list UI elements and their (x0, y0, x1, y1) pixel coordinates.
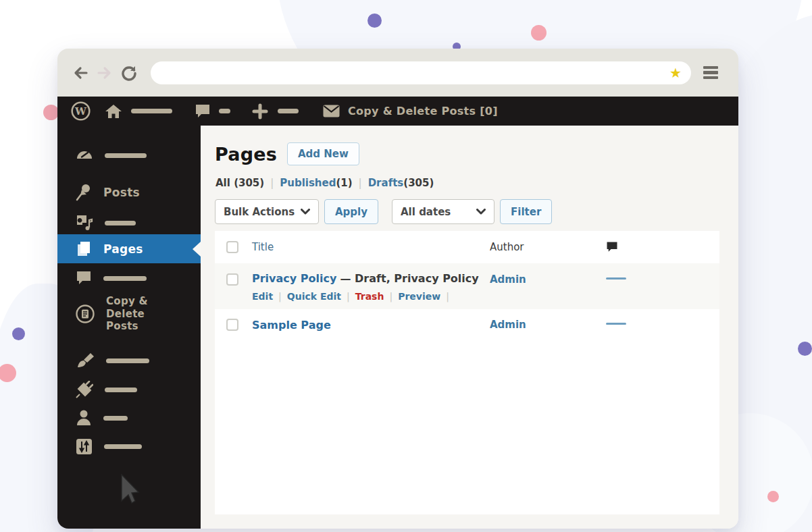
user-icon (76, 409, 92, 427)
page-status-suffix: — Draft, Privacy Policy (340, 272, 479, 285)
menu-placeholder-dash (278, 109, 299, 113)
row-actions: Edit | Quick Edit | Trash | Preview | (252, 291, 490, 302)
copy-delete-posts-icon (76, 304, 95, 323)
decor-dot-purple (367, 14, 382, 28)
sidebar-item-comments[interactable] (76, 267, 147, 289)
wordpress-logo-icon[interactable]: W (71, 101, 91, 121)
decor-dot-pink (531, 25, 547, 41)
sidebar-item-pages[interactable]: Pages (57, 234, 201, 263)
menu-placeholder-dash (131, 109, 172, 113)
home-icon[interactable] (105, 103, 122, 119)
svg-text:W: W (74, 105, 87, 117)
new-content-plus-icon[interactable] (252, 103, 268, 119)
decor-dot-pink (767, 491, 779, 502)
forward-icon[interactable] (97, 65, 113, 81)
chevron-down-icon (476, 209, 486, 215)
table-row: Privacy Policy — Draft, Privacy Policy E… (215, 263, 719, 309)
settings-sliders-icon (76, 438, 93, 455)
sidebar-item-posts[interactable]: Posts (76, 182, 140, 203)
sidebar-item-dashboard[interactable] (76, 144, 147, 166)
comments-icon[interactable] (195, 103, 211, 119)
sidebar-item-label: Posts (103, 186, 140, 199)
comments-column-icon (606, 241, 618, 253)
sidebar-item-plugins[interactable] (76, 379, 137, 400)
view-drafts-link[interactable]: Drafts(305) (368, 177, 434, 189)
dashboard-gauge-icon (76, 147, 93, 164)
mail-icon[interactable] (323, 105, 340, 117)
column-header-author: Author (490, 241, 606, 253)
url-bar[interactable]: ★ (151, 61, 691, 84)
decor-dot-purple (12, 327, 25, 340)
filter-button[interactable]: Filter (500, 199, 552, 224)
separator: | (359, 177, 362, 189)
pushpin-icon (76, 184, 92, 201)
view-all-link[interactable]: All (305) (215, 177, 264, 189)
sidebar-item-users[interactable] (76, 407, 128, 429)
table-row: Sample Page Admin (215, 309, 719, 341)
preview-link[interactable]: Preview (398, 291, 440, 302)
separator: | (389, 291, 392, 302)
separator: | (278, 291, 282, 302)
menu-placeholder-dash (103, 416, 128, 421)
column-header-title[interactable]: Title (252, 241, 490, 253)
edit-link[interactable]: Edit (252, 291, 273, 302)
sidebar-item-label: Copy & Delete Posts (106, 295, 180, 333)
mouse-cursor-icon (121, 474, 140, 504)
browser-menu-icon[interactable] (703, 66, 718, 80)
list-toolbar: Bulk Actions Apply All dates Filter (215, 199, 738, 224)
separator: | (270, 177, 274, 189)
view-published-link[interactable]: Published(1) (280, 177, 352, 189)
comments-count-link[interactable] (606, 277, 626, 280)
refresh-icon[interactable] (121, 65, 137, 81)
row-checkbox[interactable] (226, 319, 238, 331)
admin-bar-plugin-label[interactable]: Copy & Delete Posts [0] (348, 105, 498, 117)
pages-table: Title Author Privacy Policy — Draft, Pri… (215, 231, 719, 514)
page-title: Pages (215, 144, 277, 165)
author-link[interactable]: Admin (490, 273, 606, 302)
separator: | (347, 291, 350, 302)
trash-link[interactable]: Trash (355, 291, 384, 302)
sidebar-item-media[interactable] (76, 212, 136, 234)
views-filter-links: All (305) | Published(1) | Drafts(305) (215, 177, 738, 189)
quick-edit-link[interactable]: Quick Edit (287, 291, 341, 302)
browser-window: ★ W Copy & Delete Posts [0] (57, 49, 738, 529)
comments-count-link[interactable] (606, 323, 626, 325)
row-checkbox[interactable] (226, 273, 238, 286)
page-title-link[interactable]: Privacy Policy (252, 272, 336, 285)
add-new-button[interactable]: Add New (287, 142, 359, 165)
select-all-checkbox[interactable] (226, 241, 238, 253)
pages-icon (76, 240, 92, 258)
menu-placeholder-dash (103, 276, 147, 281)
apply-button[interactable]: Apply (324, 199, 378, 224)
menu-placeholder-dash (105, 153, 147, 158)
decor-dot-purple (798, 342, 812, 356)
page-title-link[interactable]: Sample Page (252, 319, 490, 331)
table-header-row: Title Author (215, 231, 719, 263)
all-dates-select[interactable]: All dates (392, 199, 494, 224)
menu-placeholder-dash (219, 109, 230, 113)
comments-icon (76, 270, 92, 286)
menu-placeholder-dash (105, 221, 136, 225)
paintbrush-icon (76, 352, 95, 369)
menu-placeholder-dash (104, 444, 142, 449)
wp-admin-bar: W Copy & Delete Posts [0] (57, 97, 738, 126)
decor-dot-pink (43, 105, 59, 120)
menu-placeholder-dash (105, 388, 137, 392)
plug-icon (76, 381, 93, 398)
sidebar-item-appearance[interactable] (76, 350, 149, 371)
pages-screen: Pages Add New All (305) | Published(1) |… (201, 126, 738, 529)
back-icon[interactable] (72, 65, 88, 81)
sidebar-item-label: Pages (103, 242, 143, 256)
author-link[interactable]: Admin (490, 319, 606, 331)
menu-placeholder-dash (106, 358, 149, 363)
sidebar-item-settings[interactable] (76, 435, 142, 457)
sidebar-item-copy-delete-posts[interactable]: Copy & Delete Posts (76, 296, 180, 332)
media-icon (76, 214, 93, 232)
chevron-down-icon (301, 209, 310, 215)
wp-sidebar: Posts Pages (57, 126, 201, 529)
bookmark-star-icon[interactable]: ★ (669, 64, 682, 82)
browser-chrome: ★ (57, 49, 738, 97)
separator: | (446, 291, 449, 302)
bulk-actions-select[interactable]: Bulk Actions (215, 199, 319, 224)
